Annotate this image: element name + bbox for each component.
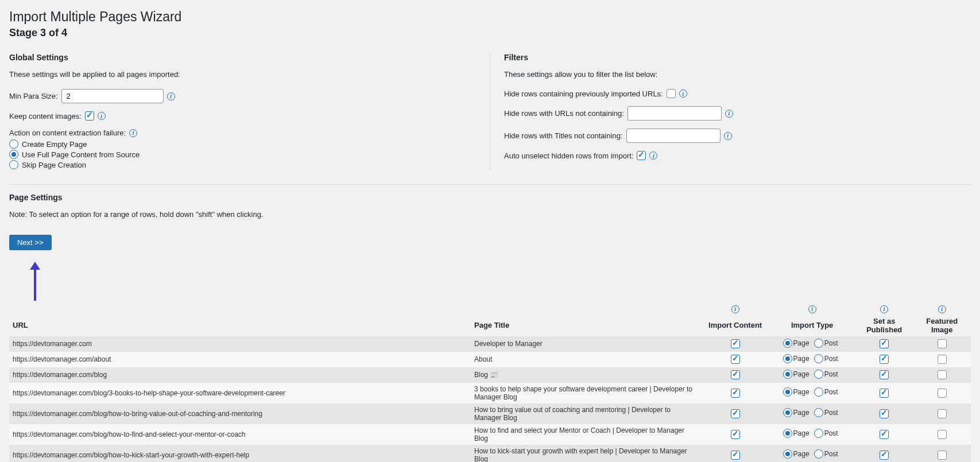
- table-row: https://devtomanager.com/blog/how-to-kic…: [9, 445, 971, 463]
- type-post-radio[interactable]: [814, 387, 823, 397]
- import-checkbox[interactable]: [731, 451, 740, 460]
- radio-skip[interactable]: [9, 160, 18, 169]
- stage-label: Stage 3 of 4: [9, 27, 971, 39]
- cell-title: Blog 📰: [471, 367, 702, 383]
- keep-images-checkbox[interactable]: [85, 111, 94, 121]
- type-post-label: Post: [824, 429, 838, 437]
- import-checkbox[interactable]: [731, 389, 740, 398]
- next-button[interactable]: Next >>: [9, 235, 52, 250]
- th-published: Set as Published: [855, 315, 913, 336]
- featured-checkbox[interactable]: [938, 409, 947, 418]
- type-post-label: Post: [824, 370, 838, 378]
- type-page-radio[interactable]: [783, 370, 792, 379]
- published-checkbox[interactable]: [880, 409, 889, 418]
- import-checkbox[interactable]: [731, 409, 740, 418]
- published-checkbox[interactable]: [880, 355, 889, 364]
- table-row: https://devtomanager.com/blog/3-books-to…: [9, 383, 971, 403]
- cell-title: How to find and select your Mentor or Co…: [471, 424, 702, 445]
- type-page-label: Page: [793, 339, 809, 347]
- info-icon[interactable]: i: [731, 305, 739, 313]
- published-checkbox[interactable]: [880, 430, 889, 439]
- type-post-radio[interactable]: [814, 408, 823, 417]
- featured-checkbox[interactable]: [938, 430, 947, 439]
- th-url: URL: [9, 315, 471, 336]
- featured-checkbox[interactable]: [938, 451, 947, 460]
- radio-create-empty-label: Create Empty Page: [22, 140, 87, 149]
- radio-use-full-label: Use Full Page Content from Source: [22, 150, 140, 159]
- info-icon[interactable]: i: [98, 112, 106, 120]
- type-page-radio[interactable]: [783, 387, 792, 397]
- import-checkbox[interactable]: [731, 355, 740, 364]
- hide-url-label: Hide rows with URLs not containing:: [504, 109, 624, 118]
- type-post-label: Post: [824, 409, 838, 417]
- info-icon[interactable]: i: [649, 152, 657, 160]
- info-icon[interactable]: i: [880, 305, 888, 313]
- info-icon[interactable]: i: [725, 110, 733, 118]
- type-post-label: Post: [824, 339, 838, 347]
- hide-title-label: Hide rows with Titles not containing:: [504, 131, 623, 140]
- type-post-label: Post: [824, 355, 838, 363]
- type-page-radio[interactable]: [783, 354, 792, 363]
- hide-prev-label: Hide rows containing previously imported…: [504, 90, 663, 98]
- type-page-label: Page: [793, 429, 809, 437]
- cell-url: https://devtomanager.com/blog/3-books-to…: [9, 383, 471, 403]
- radio-skip-label: Skip Page Creation: [22, 161, 86, 169]
- min-para-input[interactable]: [61, 89, 164, 103]
- type-page-radio[interactable]: [783, 449, 792, 459]
- hide-prev-checkbox[interactable]: [667, 89, 676, 98]
- type-page-label: Page: [793, 388, 809, 396]
- th-title: Page Title: [471, 315, 702, 336]
- type-post-radio[interactable]: [814, 339, 823, 348]
- info-icon[interactable]: i: [808, 305, 816, 313]
- hide-url-input[interactable]: [627, 106, 722, 121]
- import-checkbox[interactable]: [731, 370, 740, 379]
- info-icon[interactable]: i: [724, 132, 732, 140]
- type-page-radio[interactable]: [783, 408, 792, 417]
- cell-url: https://devtomanager.com: [9, 336, 471, 352]
- featured-checkbox[interactable]: [938, 389, 947, 398]
- auto-unselect-label: Auto unselect hidden rows from import:: [504, 152, 633, 160]
- published-checkbox[interactable]: [880, 451, 889, 460]
- table-row: https://devtomanager.com/blogBlog 📰PageP…: [9, 367, 971, 383]
- published-checkbox[interactable]: [880, 389, 889, 398]
- action-failure-label: Action on content extraction failure:: [9, 129, 126, 137]
- info-icon[interactable]: i: [167, 92, 175, 100]
- type-page-radio[interactable]: [783, 339, 792, 348]
- cell-url: https://devtomanager.com/about: [9, 352, 471, 367]
- published-checkbox[interactable]: [880, 370, 889, 379]
- filters-heading: Filters: [504, 53, 971, 62]
- info-icon[interactable]: i: [938, 305, 946, 313]
- radio-use-full[interactable]: [9, 150, 18, 159]
- featured-checkbox[interactable]: [938, 355, 947, 364]
- page-title: Import Multiple Pages Wizard: [9, 9, 971, 25]
- cell-title: About: [471, 352, 702, 367]
- type-post-radio[interactable]: [814, 429, 823, 438]
- featured-checkbox[interactable]: [938, 339, 947, 348]
- type-page-label: Page: [793, 450, 809, 458]
- page-settings-note: Note: To select an option for a range of…: [9, 210, 971, 219]
- type-page-label: Page: [793, 409, 809, 417]
- type-page-label: Page: [793, 370, 809, 378]
- cell-url: https://devtomanager.com/blog/how-to-fin…: [9, 424, 471, 445]
- type-post-radio[interactable]: [814, 449, 823, 459]
- import-checkbox[interactable]: [731, 430, 740, 439]
- auto-unselect-checkbox[interactable]: [637, 151, 646, 160]
- filters-desc: These settings allow you to filter the l…: [504, 70, 971, 79]
- info-icon[interactable]: i: [129, 129, 137, 137]
- table-row: https://devtomanager.com/blog/how-to-bri…: [9, 403, 971, 424]
- radio-create-empty[interactable]: [9, 139, 18, 149]
- global-heading: Global Settings: [9, 53, 476, 62]
- cell-url: https://devtomanager.com/blog/how-to-bri…: [9, 403, 471, 424]
- type-post-radio[interactable]: [814, 370, 823, 379]
- featured-checkbox[interactable]: [938, 370, 947, 379]
- hide-title-input[interactable]: [626, 129, 721, 143]
- info-icon[interactable]: i: [679, 90, 687, 98]
- arrow-annotation: [26, 262, 971, 302]
- type-page-radio[interactable]: [783, 429, 792, 438]
- type-post-radio[interactable]: [814, 354, 823, 363]
- global-desc: These settings will be applied to all pa…: [9, 70, 476, 79]
- type-page-label: Page: [793, 355, 809, 363]
- keep-images-label: Keep content images:: [9, 112, 82, 121]
- import-checkbox[interactable]: [731, 339, 740, 348]
- published-checkbox[interactable]: [880, 339, 889, 348]
